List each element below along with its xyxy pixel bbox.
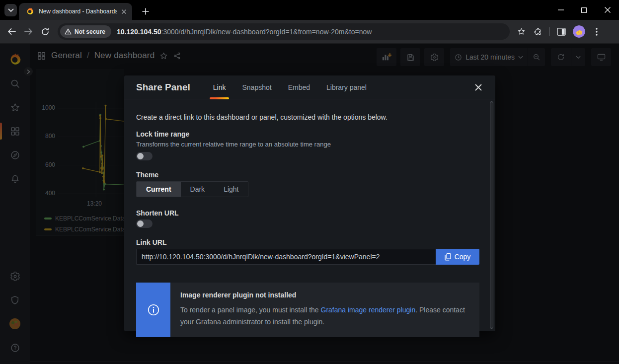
maximize-icon	[581, 7, 587, 13]
window-minimize-button[interactable]	[549, 0, 572, 20]
alert-icon-column	[136, 283, 170, 337]
modal-header: Share Panel Link Snapshot Embed Library …	[124, 75, 495, 99]
theme-option-current[interactable]: Current	[137, 182, 181, 197]
modal-close-button[interactable]	[471, 80, 485, 94]
theme-option-light[interactable]: Light	[214, 182, 248, 197]
clipboard-icon	[445, 253, 451, 261]
side-panel-button[interactable]	[553, 23, 570, 40]
reload-icon	[41, 28, 49, 36]
security-chip-label: Not secure	[75, 28, 105, 35]
lock-time-range-toggle[interactable]	[136, 152, 153, 160]
renderer-alert: Image renderer plugin not installed To r…	[136, 283, 479, 337]
browser-profile-avatar[interactable]	[573, 25, 585, 38]
not-secure-chip[interactable]: Not secure	[60, 25, 111, 38]
toolbar-separator	[549, 27, 550, 36]
modal-tabs: Link Snapshot Embed Library panel	[213, 75, 367, 99]
browser-menu-button[interactable]	[588, 23, 605, 40]
warning-icon	[65, 28, 72, 35]
renderer-plugin-link[interactable]: Grafana image renderer plugin	[321, 306, 416, 314]
lock-time-range-label: Lock time range	[136, 130, 479, 138]
theme-label: Theme	[136, 171, 479, 179]
tab-embed[interactable]: Embed	[288, 75, 310, 99]
close-icon	[605, 7, 611, 13]
theme-button-group: Current Dark Light	[136, 181, 248, 197]
close-icon	[475, 84, 482, 91]
link-url-label: Link URL	[136, 238, 479, 246]
star-icon	[517, 27, 526, 36]
plus-icon	[142, 8, 149, 15]
shorten-url-label: Shorten URL	[136, 209, 479, 217]
chevron-down-icon	[8, 8, 14, 12]
active-tab-underline	[210, 97, 230, 99]
alert-body: Image renderer plugin not installed To r…	[170, 283, 479, 337]
minimize-icon	[558, 7, 564, 13]
link-url-input[interactable]	[136, 249, 436, 265]
kebab-menu-icon	[596, 28, 598, 36]
address-bar[interactable]: Not secure 10.120.104.50:3000/d/hJnrqIDl…	[58, 23, 510, 40]
toggle-knob	[137, 220, 144, 227]
tab-close-icon[interactable]	[119, 7, 128, 16]
tab-search-button[interactable]	[4, 4, 17, 16]
shorten-url-toggle[interactable]	[136, 219, 153, 228]
new-tab-button[interactable]	[139, 5, 152, 18]
tab-library-panel[interactable]: Library panel	[326, 75, 367, 99]
tab-link[interactable]: Link	[213, 75, 226, 99]
browser-reload-button[interactable]	[37, 23, 54, 40]
modal-scrollbar[interactable]	[490, 101, 493, 329]
url-path: :3000/d/hJnrqIDlk/new-dashboard?orgId=1&…	[161, 28, 372, 36]
modal-body: Create a direct link to this dashboard o…	[124, 99, 495, 337]
theme-option-dark[interactable]: Dark	[181, 182, 215, 197]
tab-snapshot[interactable]: Snapshot	[242, 75, 271, 99]
screen: New dashboard - Dashboards - Not s	[0, 0, 619, 364]
info-icon	[147, 303, 160, 316]
toggle-knob	[137, 153, 144, 159]
bookmark-button[interactable]	[513, 23, 530, 40]
browser-tab[interactable]: New dashboard - Dashboards -	[19, 3, 132, 20]
lock-time-range-description: Transforms the current relative time ran…	[136, 141, 479, 148]
tab-title: New dashboard - Dashboards -	[39, 8, 117, 15]
alert-text: To render a panel image, you must instal…	[180, 304, 469, 328]
alert-text-before: To render a panel image, you must instal…	[180, 306, 321, 314]
grafana-favicon-icon	[26, 7, 34, 15]
url-text: 10.120.104.50:3000/d/hJnrqIDlk/new-dashb…	[117, 28, 372, 36]
copy-button-label: Copy	[455, 253, 471, 261]
arrow-left-icon	[7, 28, 16, 35]
window-maximize-button[interactable]	[572, 0, 596, 20]
browser-back-button[interactable]	[3, 23, 20, 40]
alert-title: Image renderer plugin not installed	[180, 291, 469, 299]
extensions-button[interactable]	[530, 23, 546, 40]
arrow-right-icon	[24, 28, 33, 35]
modal-title: Share Panel	[136, 82, 190, 93]
browser-forward-button[interactable]	[20, 23, 37, 40]
browser-toolbar: Not secure 10.120.104.50:3000/d/hJnrqIDl…	[0, 20, 619, 44]
window-close-button[interactable]	[596, 0, 619, 20]
link-url-row: Copy	[136, 249, 479, 265]
url-host: 10.120.104.50	[117, 28, 161, 36]
share-panel-modal: Share Panel Link Snapshot Embed Library …	[124, 75, 495, 331]
side-panel-icon	[557, 28, 566, 36]
copy-button[interactable]: Copy	[436, 249, 479, 265]
share-description: Create a direct link to this dashboard o…	[136, 113, 479, 121]
browser-tabstrip: New dashboard - Dashboards -	[0, 0, 619, 20]
puzzle-icon	[534, 27, 542, 36]
